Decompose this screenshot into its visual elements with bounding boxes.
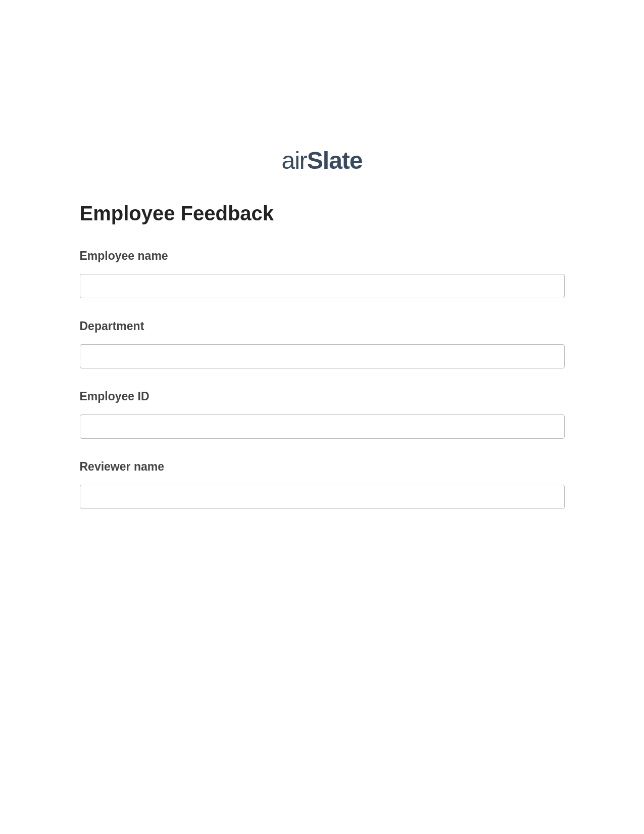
form-title: Employee Feedback [80,202,565,225]
form-page: airSlate Employee Feedback Employee name… [0,0,644,509]
input-employee-name[interactable] [80,274,565,298]
logo-part-slate: Slate [307,147,363,174]
input-employee-id[interactable] [80,414,565,439]
field-reviewer-name: Reviewer name [80,460,565,509]
label-department: Department [80,319,565,333]
label-reviewer-name: Reviewer name [80,460,565,474]
logo-text: airSlate [281,147,362,174]
field-department: Department [80,319,565,368]
logo-part-air: air [281,147,307,174]
input-department[interactable] [80,344,565,368]
label-employee-name: Employee name [80,249,565,263]
field-employee-id: Employee ID [80,390,565,439]
logo: airSlate [0,147,644,174]
input-reviewer-name[interactable] [80,485,565,509]
label-employee-id: Employee ID [80,390,565,403]
form-content: Employee Feedback Employee name Departme… [80,202,565,509]
field-employee-name: Employee name [80,249,565,298]
